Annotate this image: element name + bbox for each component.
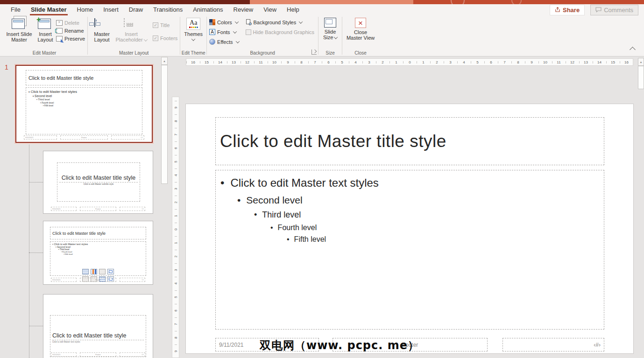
insert-slide-master-button[interactable]: Insert Slide Master [4,17,35,43]
insert-layout-button[interactable]: + Insert Layout [35,17,56,43]
hide-background-graphics-checkbox[interactable]: Hide Background Graphics [246,29,314,35]
preserve-button[interactable]: Preserve [56,36,85,42]
thumb-title-placeholder: Click to edit Master title style [26,70,142,85]
thumb-date-placeholder: 9/11/2021 [51,278,77,282]
thumb-body-placeholder: • Click to edit Master text styles • Sec… [26,87,142,134]
tab-file[interactable]: File [6,4,26,15]
thumb-number-placeholder: ‹#› [120,278,145,282]
ruler-number: 1 [172,209,179,223]
ruler-number: 8 [172,114,179,128]
ruler-number: 0 [172,223,179,236]
tab-slide-master[interactable]: Slide Master [26,4,72,15]
footers-checkbox[interactable]: ✓ Footers [153,35,177,41]
rename-button[interactable]: Rename [56,28,85,34]
thumbnail-slide-master[interactable]: Click to edit Master title style • Click… [15,65,153,143]
ruler-number: 9 [525,59,538,65]
effects-button[interactable]: Effects [209,39,239,45]
ribbon-tab-bar: File Slide Master Home Insert Draw Trans… [0,4,644,15]
group-label-size: Size [318,50,342,56]
share-button[interactable]: Share [550,5,585,15]
thumbnail-scrollbar-up-button[interactable]: ▲ [161,57,168,65]
editor-scrollbar-thumb[interactable] [638,66,644,89]
insert-3d-model-icon [107,269,114,274]
group-close: × Close Master View Close [342,15,379,56]
ruler-number: 7 [172,128,179,141]
slide-number-placeholder[interactable]: ‹#› [502,338,604,351]
watermark-text: 双电网（www. pcpc. me） [260,338,419,353]
master-layout-icon [94,18,109,30]
tab-home[interactable]: Home [72,4,99,15]
ruler-number: 15 [200,59,213,65]
ruler-number: 4 [349,59,362,65]
ruler-number: 10 [268,59,281,65]
thumb-title-placeholder: Click to edit Master title style [50,227,146,239]
background-dialog-launcher-icon[interactable] [311,49,317,55]
tab-insert[interactable]: Insert [98,4,124,15]
colors-button[interactable]: Colors [209,19,239,25]
tab-help[interactable]: Help [282,4,304,15]
theme-effects-icon [209,39,215,45]
thumbnail-scrollbar-thumb[interactable] [161,65,168,184]
slide-number-text: ‹#› [594,342,601,348]
group-label-close: Close [342,50,379,56]
thumb-number-placeholder: ‹#› [120,207,145,211]
title-checkbox[interactable]: ✓ Title [153,22,177,28]
comments-button[interactable]: Comments [590,5,638,15]
powerpoint-slide-master-view: { "titlebar": { "share": "Share", "comme… [0,0,644,358]
ruler-number: 3 [444,59,457,65]
text-level-3: •Third level [254,210,604,220]
slide-size-icon [324,18,336,28]
share-icon [555,7,560,13]
ruler-number: 1 [389,59,403,65]
ruler-number: 13 [579,59,593,65]
thumbnail-section-header-layout[interactable]: Click to edit Master title style Click t… [43,294,153,358]
fonts-button[interactable]: A Fonts [209,29,239,35]
background-styles-button[interactable]: Background Styles [246,19,314,25]
body-placeholder[interactable]: •Click to edit Master text styles •Secon… [215,170,604,330]
chevron-down-icon [143,37,147,41]
theme-fonts-icon: A [209,29,215,35]
delete-button[interactable]: × Delete [56,20,85,26]
tab-draw[interactable]: Draw [124,4,148,15]
insert-slide-master-icon [12,18,27,30]
tab-review[interactable]: Review [228,4,259,15]
ruler-number: 2 [172,250,179,263]
insert-layout-icon: + [38,18,53,30]
ruler-number: 1 [417,59,430,65]
thumb-footer-placeholder: Footer [60,135,108,140]
ruler-number: 7 [172,317,179,331]
group-background: Colors A Fonts Effects Background Styles… [207,15,318,56]
delete-icon: × [56,20,63,26]
thumbnail-title-and-content-layout[interactable]: Click to edit Master title style • Click… [43,221,153,285]
titlebar-segment-dark [0,0,250,4]
insert-chart-icon [91,269,97,274]
slide-canvas[interactable]: Click to edit Master title style •Click … [185,104,634,354]
ruler-number: 3 [172,263,179,277]
tab-transitions[interactable]: Transitions [148,4,188,15]
master-layout-button[interactable]: Master Layout [90,17,113,43]
ruler-number: 3 [362,59,376,65]
tab-animations[interactable]: Animations [188,4,228,15]
thumbnail-title-slide-layout[interactable]: Click to edit Master title style Click t… [43,151,153,214]
ruler-number: 2 [430,59,444,65]
ruler-number: 6 [172,304,179,317]
insert-placeholder-button[interactable]: Insert Placeholder [113,17,149,43]
group-size: Slide Size Size [318,15,342,56]
ruler-number: 5 [335,59,349,65]
chevron-down-icon [299,20,303,23]
close-master-view-button[interactable]: × Close Master View [345,17,376,42]
insert-table-icon [82,269,89,274]
ruler-number: 5 [172,290,179,304]
tab-view[interactable]: View [258,4,282,15]
title-placeholder[interactable]: Click to edit Master title style [215,117,604,165]
themes-icon: Aa [186,18,200,30]
rename-icon [56,28,63,34]
themes-button[interactable]: Aa Themes [183,17,204,42]
chevron-down-icon [235,20,239,23]
slide-size-button[interactable]: Slide Size [321,17,340,41]
chevron-down-icon [334,35,338,39]
group-master-layout: Master Layout Insert Placeholder ✓ Title… [88,15,180,56]
editor-scrollbar-up-button[interactable]: ▲ [638,58,644,66]
scroll-up-arrow-icon: ▲ [640,61,643,63]
ruler-number: 6 [322,59,335,65]
